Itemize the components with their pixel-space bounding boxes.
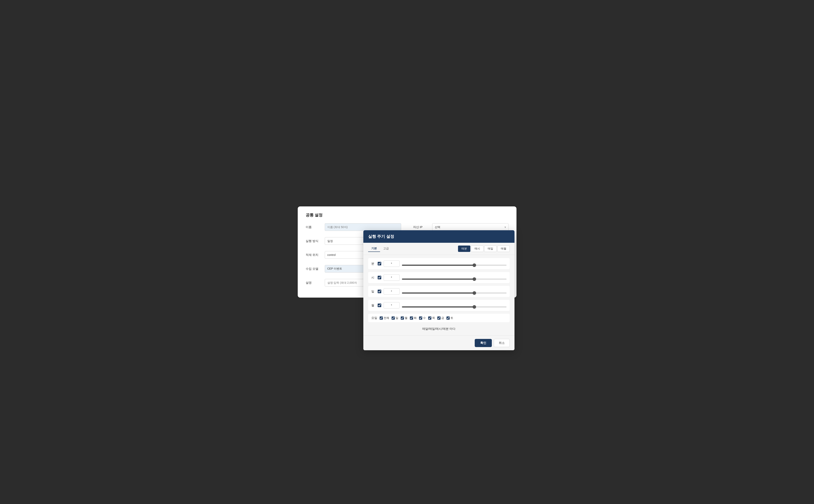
slider-row-hour: 시	[368, 272, 510, 283]
slider-range-month[interactable]	[402, 306, 506, 308]
name-field-row: 이름	[306, 223, 401, 231]
period-btn-minute[interactable]: 매분	[458, 246, 470, 252]
collection-model-label: 수집 모델	[306, 267, 322, 271]
slider-row-day: 일	[368, 286, 510, 297]
settings-title: 공통 설정	[306, 212, 508, 218]
slider-value-input-minute[interactable]	[384, 260, 400, 267]
name-label: 이름	[306, 225, 322, 229]
weekday-mon: 월	[401, 316, 407, 320]
modal-footer: 확인 취소	[363, 336, 514, 350]
period-btn-month[interactable]: 매월	[497, 246, 510, 252]
slider-checkbox-hour[interactable]	[378, 276, 381, 279]
description-label: 설명	[306, 281, 322, 285]
period-btn-hour[interactable]: 매시	[471, 246, 483, 252]
modal-tab-group: 기본 고급	[368, 246, 392, 252]
weekday-all-checkbox[interactable]	[380, 316, 383, 320]
weekday-thu-label: 목	[432, 316, 435, 320]
slider-row-month: 월	[368, 300, 510, 311]
weekday-tue-label: 화	[414, 316, 417, 320]
tab-advanced[interactable]: 고급	[380, 246, 392, 252]
tab-basic[interactable]: 기본	[368, 246, 380, 252]
modal: 실행 주기 설정 기본 고급 매분 매시 매일 매월	[363, 230, 514, 350]
weekday-thu-checkbox[interactable]	[428, 316, 431, 320]
asset-ip-label: 자산 IP	[413, 225, 429, 229]
weekday-tue-checkbox[interactable]	[410, 316, 413, 320]
slider-checkbox-month[interactable]	[378, 304, 381, 307]
modal-tabs-row: 기본 고급 매분 매시 매일 매월	[363, 243, 514, 255]
deploy-location-label: 적재 위치	[306, 253, 322, 257]
slider-value-input-day[interactable]	[384, 288, 400, 295]
weekday-wed-label: 수	[423, 316, 426, 320]
weekday-fri: 금	[437, 316, 444, 320]
slider-range-day[interactable]	[402, 292, 506, 294]
weekday-all-label: 전체	[384, 316, 389, 320]
modal-body: 기본 고급 매분 매시 매일 매월 분	[363, 243, 514, 336]
weekday-fri-checkbox[interactable]	[437, 316, 440, 320]
weekday-row: 요일 전체 일 월	[368, 314, 510, 322]
modal-title: 실행 주기 설정	[368, 234, 394, 239]
slider-checkbox-minute[interactable]	[378, 262, 381, 265]
weekday-sat-label: 토	[450, 316, 453, 320]
weekday-sun-checkbox[interactable]	[392, 316, 395, 320]
slider-track-day	[402, 291, 506, 292]
slider-track-month	[402, 305, 506, 306]
weekday-all: 전체	[380, 316, 389, 320]
summary-row: 매달/매일/매시/매분 마다	[368, 325, 510, 332]
weekday-mon-checkbox[interactable]	[401, 316, 404, 320]
slider-value-input-month[interactable]	[384, 302, 400, 309]
slider-track-hour	[402, 277, 506, 278]
modal-overlay: 실행 주기 설정 기본 고급 매분 매시 매일 매월	[363, 230, 514, 350]
weekday-sun-label: 일	[396, 316, 398, 320]
period-buttons: 매분 매시 매일 매월	[458, 246, 510, 252]
slider-checkbox-day[interactable]	[378, 290, 381, 293]
modal-content: 분 시	[363, 255, 514, 336]
slider-label-month: 월	[371, 304, 375, 307]
weekday-tue: 화	[410, 316, 417, 320]
slider-range-hour[interactable]	[402, 279, 506, 280]
weekday-mon-label: 월	[405, 316, 407, 320]
weekday-label: 요일	[371, 316, 377, 320]
modal-header: 실행 주기 설정	[363, 230, 514, 243]
slider-value-input-hour[interactable]	[384, 274, 400, 281]
confirm-button[interactable]: 확인	[475, 339, 492, 347]
slider-row-minute: 분	[368, 258, 510, 269]
slider-label-hour: 시	[371, 276, 375, 280]
summary-text: 매달/매일/매시/매분 마다	[422, 327, 455, 330]
weekday-wed-checkbox[interactable]	[419, 316, 422, 320]
weekday-sat: 토	[446, 316, 453, 320]
slider-range-minute[interactable]	[402, 265, 506, 266]
asset-ip-select[interactable]: 선택	[432, 223, 508, 231]
name-input[interactable]	[325, 223, 401, 231]
weekday-sat-checkbox[interactable]	[446, 316, 450, 320]
slider-label-minute: 분	[371, 262, 375, 266]
asset-ip-field-row: 자산 IP 선택	[413, 223, 508, 231]
cancel-button[interactable]: 취소	[494, 339, 510, 347]
page-wrapper: 공통 설정 이름 실행 방식 일정	[298, 206, 516, 298]
weekday-sun: 일	[392, 316, 398, 320]
weekday-wed: 수	[419, 316, 426, 320]
execution-method-label: 실행 방식	[306, 239, 322, 243]
weekday-thu: 목	[428, 316, 435, 320]
weekday-fri-label: 금	[441, 316, 444, 320]
slider-label-day: 일	[371, 290, 375, 293]
period-btn-day[interactable]: 매일	[484, 246, 497, 252]
asset-ip-select-wrapper[interactable]: 선택	[432, 223, 508, 231]
slider-track-minute	[402, 263, 506, 264]
